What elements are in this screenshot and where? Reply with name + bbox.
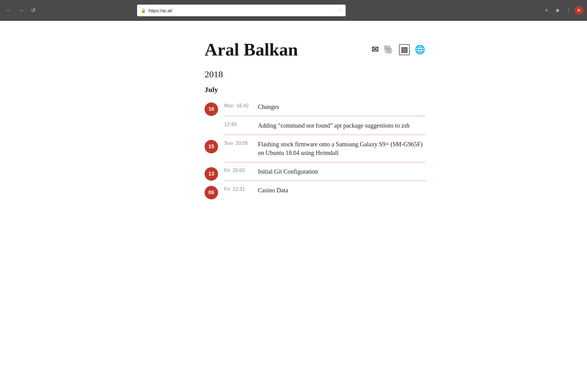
forward-button[interactable]: →: [16, 6, 26, 15]
star-icon[interactable]: ☆: [338, 8, 342, 13]
bookmark-button[interactable]: ★: [553, 6, 562, 15]
post-day-time: Fri 12:31: [224, 186, 258, 192]
posts-list: 16 Mon 16:42 Changes 12:49 Adding “comma…: [205, 102, 425, 204]
post-date-badge: 13: [205, 167, 218, 181]
post-title[interactable]: Adding “command not found” apt package s…: [258, 121, 425, 130]
post-date-badge: 06: [205, 186, 218, 199]
post-title[interactable]: Initial Git Configuration: [258, 167, 425, 176]
list-item: 16 Mon 16:42 Changes: [205, 102, 425, 121]
site-header: Aral Balkan ✉ 🐘 ▤ 🌐: [205, 39, 425, 60]
menu-button[interactable]: ⋮: [564, 6, 574, 15]
rss-icon[interactable]: ▤: [399, 44, 410, 55]
browser-chrome: ← → ↺ 🔒 ☆ + ★ ⋮ ✕: [0, 0, 587, 21]
post-day-time: Mon 16:42: [224, 102, 258, 109]
site-title: Aral Balkan: [205, 39, 298, 60]
list-item: 15 Sun 20:06 Flashing stock firmware ont…: [205, 140, 425, 167]
post-day-time: Fri 20:00: [224, 167, 258, 173]
list-item: 12:49 Adding “command not found” apt pac…: [224, 121, 425, 140]
email-icon[interactable]: ✉: [371, 44, 378, 55]
post-title[interactable]: Casino Data: [258, 186, 425, 194]
post-time: 12:49: [224, 121, 258, 127]
mastodon-icon[interactable]: 🐘: [383, 44, 394, 55]
new-tab-button[interactable]: +: [542, 6, 551, 15]
year-heading: 2018: [205, 69, 425, 79]
post-day-time: Sun 20:06: [224, 140, 258, 146]
list-item: 06 Fri 12:31 Casino Data: [205, 186, 425, 204]
page-content: Aral Balkan ✉ 🐘 ▤ 🌐 2018 July 16 Mon 16:…: [149, 21, 438, 223]
globe-icon[interactable]: 🌐: [415, 44, 425, 55]
month-heading: July: [205, 86, 425, 94]
site-social-icons: ✉ 🐘 ▤ 🌐: [371, 44, 425, 55]
post-date-badge: 15: [205, 140, 218, 153]
back-button[interactable]: ←: [4, 6, 13, 15]
browser-actions: + ★ ⋮ ✕: [542, 6, 583, 15]
post-date-badge: 16: [205, 102, 218, 116]
address-bar: 🔒 ☆: [137, 5, 346, 16]
post-title[interactable]: Changes: [258, 102, 425, 111]
url-input[interactable]: [148, 8, 335, 13]
post-title[interactable]: Flashing stock firmware onto a Samsung G…: [258, 140, 425, 157]
reload-button[interactable]: ↺: [28, 6, 38, 15]
close-button[interactable]: ✕: [575, 6, 583, 15]
lock-icon: 🔒: [141, 8, 146, 13]
list-item: 13 Fri 20:00 Initial Git Configuration: [205, 167, 425, 186]
